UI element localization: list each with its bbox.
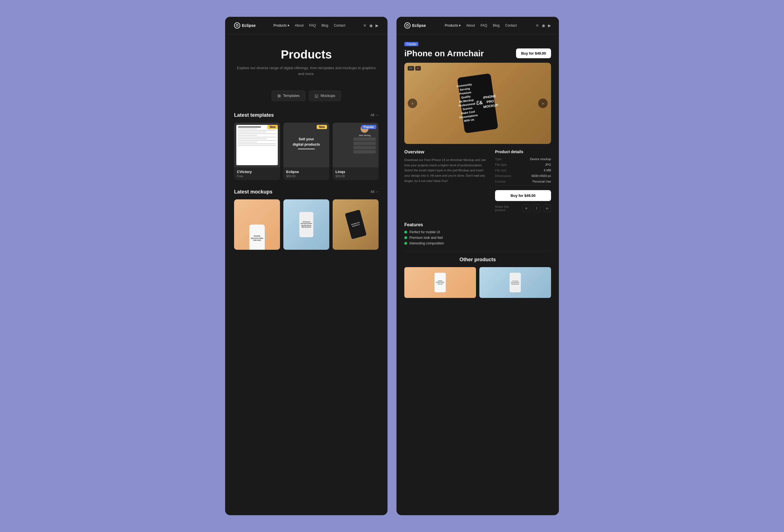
- left-nav: Eclipse Products ▾ About FAQ Blog Contac…: [225, 17, 388, 34]
- right-panel: Eclipse Products ▾ About FAQ Blog Contac…: [396, 17, 559, 515]
- svg-point-0: [236, 24, 238, 27]
- youtube-icon[interactable]: ▶: [375, 23, 379, 28]
- mockup-img-3: IPHONE PRO MOCKUP &: [333, 199, 379, 250]
- right-youtube-icon[interactable]: ▶: [548, 23, 551, 28]
- share-facebook-button[interactable]: f: [533, 204, 540, 212]
- right-logo[interactable]: Eclipse: [404, 22, 426, 29]
- templates-all-link[interactable]: All →: [370, 113, 379, 117]
- right-social-links: ✕ ◉ ▶: [536, 23, 551, 28]
- templates-header: Latest templates All →: [234, 112, 379, 118]
- mockup-cards: IPHONE MOCKUP FREE PSD 2023 Community Se…: [234, 199, 379, 250]
- right-instagram-icon[interactable]: ◉: [542, 23, 545, 28]
- twitter-icon[interactable]: ✕: [363, 23, 366, 28]
- mockups-title: Latest mockups: [234, 189, 273, 195]
- mockup-card-2[interactable]: Community Serving Premium Quality iPhone…: [283, 199, 329, 250]
- template-card-eclipse[interactable]: Sell yourdigital products New Eclipse $8…: [283, 123, 329, 180]
- other-card-1[interactable]: IPHONE MOCKUP FREE PSD 2023: [404, 267, 476, 298]
- nav-link-faq[interactable]: FAQ: [309, 24, 316, 27]
- logo[interactable]: Eclipse: [234, 22, 256, 29]
- card-price-eclipse: $89.00: [286, 174, 327, 178]
- share-twitter-button[interactable]: ✕: [523, 204, 530, 212]
- overview-body: Download our Free iPhone 14 on Armchair …: [404, 157, 488, 184]
- carousel-next-button[interactable]: ›: [538, 99, 548, 108]
- category-tabs: ⊞ Templates ◱ Mockups: [225, 86, 388, 108]
- features-section: Features Perfect for mobile UI Premium l…: [404, 222, 551, 245]
- right-nav-about[interactable]: About: [466, 24, 475, 27]
- left-panel: Eclipse Products ▾ About FAQ Blog Contac…: [225, 17, 388, 515]
- other-img-1: IPHONE MOCKUP FREE PSD 2023: [404, 267, 476, 298]
- instagram-icon[interactable]: ◉: [369, 23, 373, 28]
- nav-link-blog[interactable]: Blog: [321, 24, 328, 27]
- mockups-icon: ◱: [315, 93, 318, 98]
- hero-title: Products: [234, 48, 379, 61]
- nav-link-about[interactable]: About: [295, 24, 304, 27]
- share-label: Share this product: [495, 205, 520, 212]
- right-nav-blog[interactable]: Blog: [493, 24, 500, 27]
- templates-icon: ⊞: [278, 93, 281, 98]
- card-name-eclipse: Eclipse: [286, 170, 327, 174]
- detail-filetype: File type JPG: [495, 163, 551, 166]
- carousel-prev-button[interactable]: ‹: [408, 99, 417, 108]
- template-card-cvictory[interactable]: New CVictory Free: [234, 123, 280, 180]
- tab-mockups-label: Mockups: [320, 93, 335, 98]
- details-title: Product details: [495, 149, 551, 154]
- features-title: Features: [404, 222, 551, 227]
- right-nav: Eclipse Products ▾ About FAQ Blog Contac…: [396, 17, 559, 34]
- template-cards: New CVictory Free Sell yourdigital produ…: [234, 123, 379, 180]
- share-row: Share this product ✕ f in: [495, 204, 551, 212]
- social-links: ✕ ◉ ▶: [363, 23, 379, 28]
- right-nav-faq[interactable]: FAQ: [480, 24, 487, 27]
- product-title: iPhone on Armchair: [404, 49, 484, 58]
- templates-title: Latest templates: [234, 112, 274, 118]
- buy-section: Buy for $49.00 Share this product ✕ f in: [495, 185, 551, 212]
- tab-templates[interactable]: ⊞ Templates: [272, 90, 306, 101]
- feature-dot-3: [404, 242, 407, 245]
- template-card-linqs[interactable]: Jack Strong Popular Linqs $29.00: [333, 123, 379, 180]
- feature-dot-2: [404, 236, 407, 239]
- detail-type: Type Device mockup: [495, 157, 551, 161]
- product-title-row: iPhone on Armchair Buy for $49.00: [404, 49, 551, 58]
- other-card-2[interactable]: Community Serving iPhone PRO MOCKUP: [479, 267, 551, 298]
- right-logo-icon: [404, 22, 411, 29]
- card-name-cvictory: CVictory: [237, 170, 277, 174]
- card-price-cvictory: Free: [237, 174, 277, 178]
- feature-3: Interesting composition: [404, 241, 551, 245]
- popular-badge: Popular: [404, 42, 418, 46]
- mockup-card-1[interactable]: IPHONE MOCKUP FREE PSD 2023: [234, 199, 280, 250]
- mockup-img-1: IPHONE MOCKUP FREE PSD 2023: [234, 199, 280, 250]
- app-badges: Ps Fi: [408, 66, 421, 71]
- badge-new-eclipse: New: [317, 125, 327, 129]
- feature-1: Perfect for mobile UI: [404, 230, 551, 234]
- card-price-linqs: $29.00: [335, 174, 376, 178]
- right-nav-contact[interactable]: Contact: [505, 24, 516, 27]
- mockups-all-link[interactable]: All →: [370, 190, 379, 194]
- right-twitter-icon[interactable]: ✕: [536, 23, 539, 28]
- linqs-preview: Jack Strong: [333, 123, 379, 167]
- mockup-img-2: Community Serving Premium Quality iPhone…: [283, 199, 329, 250]
- tab-templates-label: Templates: [283, 93, 300, 98]
- share-linkedin-button[interactable]: in: [543, 204, 551, 212]
- product-page: Popular iPhone on Armchair Buy for $49.0…: [396, 34, 559, 515]
- hero-section: Products Explore our diverse range of di…: [225, 34, 388, 86]
- mockup-card-3[interactable]: IPHONE PRO MOCKUP &: [333, 199, 379, 250]
- overview-section: Overview Download our Free iPhone 14 on …: [404, 149, 551, 217]
- nav-link-contact[interactable]: Contact: [334, 24, 345, 27]
- svg-point-1: [406, 24, 409, 27]
- right-nav-links: Products ▾ About FAQ Blog Contact: [434, 24, 528, 27]
- hero-subtitle: Explore our diverse range of digital off…: [234, 65, 379, 77]
- chevron-down-icon: ▾: [287, 24, 289, 27]
- buy-button-main[interactable]: Buy for $49.00: [495, 190, 551, 201]
- tab-mockups[interactable]: ◱ Mockups: [309, 90, 341, 101]
- ps-badge: Ps: [408, 66, 414, 71]
- feature-dot-1: [404, 231, 407, 233]
- cvictory-preview: [234, 123, 280, 167]
- nav-link-products[interactable]: Products ▾: [273, 24, 289, 27]
- other-img-2: Community Serving iPhone PRO MOCKUP: [479, 267, 551, 298]
- detail-filesize: File size 6 MB: [495, 169, 551, 172]
- badge-new: New: [268, 125, 278, 129]
- other-products-title: Other products: [404, 257, 551, 263]
- buy-button-top[interactable]: Buy for $49.00: [516, 49, 551, 58]
- overview-text-area: Overview Download our Free iPhone 14 on …: [404, 149, 488, 217]
- right-nav-products[interactable]: Products ▾: [445, 24, 460, 27]
- overview-title: Overview: [404, 149, 488, 155]
